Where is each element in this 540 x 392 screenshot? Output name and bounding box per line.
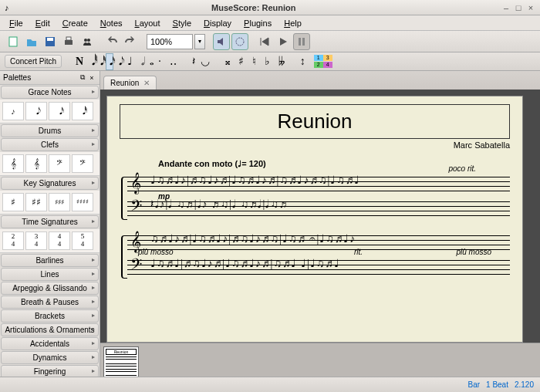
grace-item[interactable]: 𝅘𝅥𝅯 — [49, 102, 70, 120]
rewind-button[interactable] — [256, 33, 273, 50]
play-button[interactable] — [275, 33, 292, 50]
menu-layout[interactable]: Layout — [129, 17, 167, 29]
menu-style[interactable]: Style — [167, 17, 197, 29]
clef-item[interactable]: 𝄞 — [2, 154, 24, 173]
palette-breath[interactable]: Breath & Pauses — [1, 296, 99, 309]
palette-arpeggio[interactable]: Arpeggio & Glissando — [1, 282, 99, 295]
keysig-item[interactable]: ♯♯ — [25, 193, 47, 211]
save-button[interactable] — [42, 33, 59, 50]
svg-point-5 — [84, 39, 87, 42]
score-page[interactable]: Reunion Marc Sabatella Andante con moto … — [106, 96, 523, 343]
flat[interactable]: ♭ — [262, 53, 273, 69]
palette-accidentals[interactable]: Accidentals — [1, 337, 99, 350]
metronome-button[interactable] — [231, 33, 248, 50]
svg-rect-3 — [65, 40, 73, 45]
clef-item[interactable]: 𝄞 — [25, 154, 47, 173]
note-dot[interactable]: · — [155, 54, 164, 69]
keysig-item[interactable]: ♯♯♯ — [49, 193, 70, 211]
natural[interactable]: ♮ — [249, 53, 259, 69]
grace-item[interactable]: 𝆔 — [2, 102, 24, 120]
grand-staff-2[interactable]: 𝄞 𝄢 ♫♬♩♪♬|♩♫♬♩♪|♬♫♩♪♬♫|♩♫♬ 𝄐|♩♫♬♩♪ ♩♫♬♩|… — [120, 229, 510, 282]
minimize-button[interactable]: – — [501, 3, 511, 12]
zoom-dropdown[interactable]: ▾ — [194, 34, 205, 49]
note-8th[interactable]: 𝅘𝅥𝅮 — [116, 54, 122, 69]
menu-create[interactable]: Create — [56, 17, 94, 29]
palette-drums[interactable]: Drums — [1, 124, 99, 137]
grand-staff-1[interactable]: 𝄞 𝄢 ♩♫♬♩♪|♬♫♩♪♬|♩♫♬♩♪♬|♫♬♩♪♬♫|♩♫♬♩ 𝄽 ♩♪|… — [120, 171, 510, 223]
clef-item[interactable]: 𝄢 — [72, 154, 93, 173]
palette-articulations[interactable]: Articulations & Ornaments — [1, 323, 99, 336]
timesig-item[interactable]: 24 — [2, 231, 24, 250]
clef-item[interactable]: 𝄢 — [49, 154, 70, 173]
voice-3[interactable]: 3 — [323, 55, 332, 61]
menu-help[interactable]: Help — [278, 17, 308, 29]
palette-clefs[interactable]: Clefs — [1, 138, 99, 151]
palette-key-sig[interactable]: Key Signatures — [1, 177, 99, 190]
timesig-item[interactable]: 44 — [49, 231, 70, 250]
menu-display[interactable]: Display — [197, 17, 238, 29]
palette-lines[interactable]: Lines — [1, 268, 99, 281]
menu-notes[interactable]: Notes — [94, 17, 129, 29]
tie-button[interactable]: ◡ — [197, 53, 213, 69]
rest-button[interactable]: 𝄽 — [189, 54, 195, 69]
palette-brackets[interactable]: Brackets — [1, 309, 99, 323]
sharp[interactable]: ♯ — [235, 53, 247, 69]
note-32nd[interactable]: 𝅘𝅥𝅰 — [97, 54, 103, 69]
voice-1[interactable]: 1 — [314, 55, 323, 61]
palettes-close-icon[interactable]: × — [87, 74, 96, 82]
undo-button[interactable] — [103, 33, 120, 50]
note-64th[interactable]: 𝅘𝅥𝅱 — [89, 54, 95, 69]
svg-point-6 — [87, 39, 90, 42]
palettes-body[interactable]: Grace Notes 𝆔 𝅘𝅥𝅮 𝅘𝅥𝅯 𝅘𝅥𝅰 Drums Clefs 𝄞 … — [0, 85, 100, 392]
community-button[interactable] — [79, 33, 96, 50]
menu-edit[interactable]: Edit — [29, 17, 56, 29]
svg-point-7 — [236, 38, 244, 46]
note-half[interactable]: 𝅗𝅥 — [138, 54, 144, 69]
maximize-button[interactable]: □ — [514, 3, 523, 12]
menu-file[interactable]: File — [3, 17, 29, 29]
concert-pitch-button[interactable]: Concert Pitch — [5, 55, 62, 68]
timesig-item[interactable]: 54 — [72, 231, 93, 250]
note-quarter[interactable]: ♩ — [124, 53, 136, 69]
menu-plugins[interactable]: Plugins — [238, 17, 278, 29]
bass-clef-icon: 𝄢 — [130, 197, 142, 218]
note-16th[interactable]: 𝅘𝅥𝅯 — [106, 53, 113, 70]
treble-clef-icon: 𝄞 — [130, 172, 141, 194]
note-input-button[interactable]: N — [73, 54, 86, 69]
voice-4[interactable]: 4 — [323, 62, 332, 68]
palettes-undock-icon[interactable]: ⧉ — [78, 73, 87, 82]
keysig-item[interactable]: ♯♯♯♯ — [72, 193, 93, 211]
tab-close-icon[interactable]: ✕ — [143, 79, 150, 87]
flip-button[interactable]: ↕ — [297, 54, 309, 69]
new-button[interactable] — [5, 33, 22, 50]
palette-barlines[interactable]: Barlines — [1, 254, 99, 267]
close-button[interactable]: × — [526, 3, 535, 12]
status-beat-label: 1 Beat — [486, 380, 508, 389]
pause-button[interactable] — [293, 33, 310, 50]
score-tab[interactable]: Reunion ✕ — [103, 76, 157, 90]
sound-button[interactable] — [213, 33, 230, 50]
voice-selector: 1 3 2 4 — [314, 55, 336, 69]
print-button[interactable] — [60, 33, 77, 50]
timesig-item[interactable]: 34 — [25, 231, 47, 250]
svg-rect-9 — [302, 38, 305, 46]
keysig-item[interactable]: ♯ — [2, 193, 24, 211]
double-flat[interactable]: 𝄫 — [275, 54, 288, 69]
voice-2[interactable]: 2 — [314, 62, 323, 68]
open-button[interactable] — [23, 33, 40, 50]
menubar: File Edit Create Notes Layout Style Disp… — [0, 15, 540, 31]
score-viewport[interactable]: Reunion Marc Sabatella Andante con moto … — [100, 90, 540, 343]
bass-clef-icon: 𝄢 — [130, 255, 142, 277]
note-double-dot[interactable]: ‥ — [167, 53, 180, 69]
palette-grace-notes[interactable]: Grace Notes — [1, 86, 99, 99]
timesig-items: 24 34 44 54 — [0, 229, 100, 253]
title-frame[interactable]: Reunion — [120, 104, 510, 139]
palette-time-sig[interactable]: Time Signatures — [1, 215, 99, 228]
palette-dynamics[interactable]: Dynamics — [1, 351, 99, 364]
zoom-input[interactable] — [147, 34, 193, 49]
grace-item[interactable]: 𝅘𝅥𝅮 — [25, 102, 47, 120]
double-sharp[interactable]: 𝄪 — [222, 54, 233, 69]
grace-item[interactable]: 𝅘𝅥𝅰 — [72, 102, 93, 120]
note-whole[interactable]: 𝅝 — [147, 54, 153, 69]
redo-button[interactable] — [122, 33, 139, 50]
